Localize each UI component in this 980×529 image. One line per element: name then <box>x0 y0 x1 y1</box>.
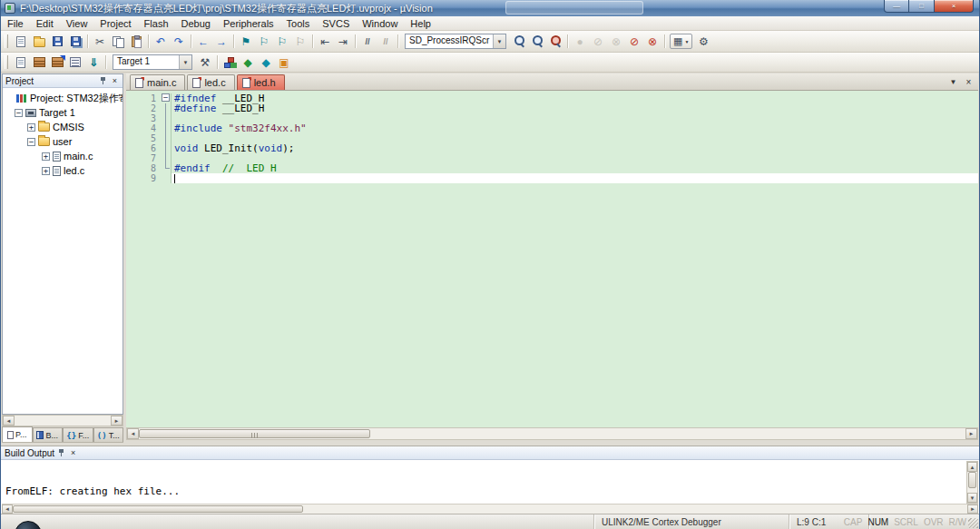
tree-expander[interactable]: − <box>15 109 23 117</box>
menu-file[interactable]: File <box>1 16 30 30</box>
tree-expander[interactable]: + <box>27 123 35 132</box>
scroll-up-icon[interactable]: ▲ <box>967 462 977 472</box>
tab-led-h[interactable]: led.h <box>237 74 285 90</box>
tree-expander[interactable]: + <box>42 167 50 175</box>
pack-installer-icon[interactable]: ▣ <box>275 54 293 71</box>
scroll-left-icon[interactable]: ◄ <box>2 505 13 514</box>
open-file-icon[interactable] <box>30 34 48 50</box>
manage-components-icon[interactable]: ◆ <box>239 54 257 71</box>
panel-tab-project[interactable]: P... <box>2 426 33 442</box>
menu-debug[interactable]: Debug <box>175 16 217 30</box>
incremental-find-icon[interactable] <box>528 34 546 50</box>
batch-build-icon[interactable] <box>66 54 84 71</box>
options-for-target-icon[interactable]: ⚒ <box>196 54 214 71</box>
tree-item-user[interactable]: − user <box>3 134 122 149</box>
navigate-forward-icon[interactable]: → <box>212 34 230 50</box>
build-output-log[interactable]: FromELF: creating hex file... ".\Objects… <box>2 460 966 504</box>
file-extensions-icon[interactable] <box>220 54 239 71</box>
scroll-right-icon[interactable]: ► <box>111 416 122 426</box>
configure-icon[interactable]: ⚙ <box>694 34 712 50</box>
runtime-environment-icon[interactable]: ◆ <box>257 54 275 71</box>
target-combobox[interactable]: Target 1 ▼ <box>113 54 192 70</box>
scroll-track[interactable] <box>967 488 977 493</box>
menu-help[interactable]: Help <box>404 16 437 30</box>
code-line[interactable]: 6 void LED_Init(void); <box>126 143 978 153</box>
disable-breakpoint-icon[interactable]: ⊘ <box>589 34 607 50</box>
menu-peripherals[interactable]: Peripherals <box>217 16 280 30</box>
code-editor[interactable]: 1 − #ifndef __LED_H 2 #define __LED_H 3 … <box>126 91 978 427</box>
tab-led-c[interactable]: led.c <box>187 74 234 90</box>
fold-toggle-icon[interactable]: − <box>162 93 170 102</box>
tab-list-button[interactable]: ▼ <box>946 75 960 89</box>
paste-icon[interactable] <box>127 34 145 50</box>
tree-item-cmsis[interactable]: + CMSIS <box>3 120 122 134</box>
scroll-thumb[interactable] <box>139 429 370 438</box>
menu-project[interactable]: Project <box>93 16 137 30</box>
search-combobox[interactable]: SD_ProcessIRQScr ▼ <box>405 34 506 49</box>
resize-grip[interactable] <box>968 518 978 528</box>
insert-breakpoint-icon[interactable]: ● <box>571 34 589 50</box>
scroll-track[interactable] <box>370 428 965 439</box>
panel-tab-books[interactable]: B... <box>33 427 64 442</box>
menu-window[interactable]: Window <box>356 16 404 30</box>
code-line[interactable]: 2 #define __LED_H <box>126 103 978 113</box>
kill-breakpoints-icon[interactable]: ⊗ <box>607 34 625 50</box>
dropdown-arrow-icon[interactable]: ▼ <box>493 34 505 48</box>
build-icon[interactable] <box>30 54 48 71</box>
minimize-button[interactable]: — <box>884 0 909 13</box>
titlebar[interactable]: F:\Desktop\STM32操作寄存器点亮LED灯\proj\STM32操作… <box>1 0 979 16</box>
navigate-back-icon[interactable]: ← <box>194 34 212 50</box>
redo-icon[interactable]: ↷ <box>170 34 188 50</box>
menu-flash[interactable]: Flash <box>138 16 175 30</box>
previous-bookmark-icon[interactable]: ⚐ <box>255 34 273 50</box>
save-all-icon[interactable] <box>66 34 84 50</box>
menu-tools[interactable]: Tools <box>280 16 317 30</box>
tree-expander[interactable]: + <box>42 152 50 161</box>
panel-tab-templates[interactable]: () T... <box>93 427 124 442</box>
build-output-hscrollbar[interactable]: ◄ ► <box>2 504 978 514</box>
tab-main-c[interactable]: main.c <box>130 74 185 90</box>
scroll-thumb[interactable] <box>968 472 976 488</box>
menu-edit[interactable]: Edit <box>30 16 60 30</box>
tree-item-led-c[interactable]: + led.c <box>3 163 122 178</box>
maximize-button[interactable]: □ <box>909 0 934 13</box>
tree-item-main-c[interactable]: + main.c <box>3 149 122 163</box>
panel-tab-functions[interactable]: {} F... <box>63 427 93 442</box>
copy-icon[interactable] <box>109 34 127 50</box>
code-line[interactable]: 8 #endif //__LED_H <box>126 163 978 173</box>
pin-icon[interactable] <box>99 76 107 85</box>
scroll-left-icon[interactable]: ◄ <box>3 416 15 426</box>
menu-svcs[interactable]: SVCS <box>316 16 356 30</box>
outdent-icon[interactable]: ⇤ <box>316 34 334 50</box>
scroll-track[interactable] <box>303 505 967 514</box>
close-panel-icon[interactable]: × <box>68 448 78 458</box>
tree-item-target-1[interactable]: − Target 1 <box>3 105 122 120</box>
bookmark-toggle-icon[interactable]: ⚑ <box>237 34 255 50</box>
save-icon[interactable] <box>48 34 66 50</box>
scroll-right-icon[interactable]: ► <box>965 428 977 439</box>
indent-icon[interactable]: ⇥ <box>334 34 352 50</box>
build-output-vscrollbar[interactable]: ▲ ▼ <box>966 461 978 504</box>
pin-icon[interactable] <box>57 448 65 457</box>
code-line-current[interactable]: 9 <box>126 173 978 183</box>
close-panel-icon[interactable]: × <box>110 76 120 86</box>
scroll-down-icon[interactable]: ▼ <box>967 493 977 503</box>
clear-bookmarks-icon[interactable]: ⚐ <box>291 34 309 50</box>
new-file-icon[interactable] <box>12 34 30 50</box>
code-line[interactable]: 4 #include "stm32f4xx.h" <box>126 123 978 133</box>
find-in-files-icon[interactable] <box>546 34 564 50</box>
tree-item-project-root[interactable]: Project: STM32操作寄存器 <box>3 91 122 105</box>
dropdown-arrow-icon[interactable]: ▼ <box>179 55 191 69</box>
project-panel-hscrollbar[interactable]: ◄ ► <box>2 415 123 426</box>
cut-icon[interactable]: ✂ <box>91 34 109 50</box>
toolbar-grip[interactable] <box>5 34 8 48</box>
download-icon[interactable]: ⇓ <box>84 54 103 71</box>
tree-expander[interactable]: − <box>27 138 35 146</box>
menu-view[interactable]: View <box>60 16 94 30</box>
next-bookmark-icon[interactable]: ⚐ <box>273 34 291 50</box>
enable-disable-breakpoint-icon[interactable]: ⊘ <box>625 34 643 50</box>
close-button[interactable]: × <box>934 0 974 13</box>
scroll-right-icon[interactable]: ► <box>967 505 978 514</box>
find-icon[interactable] <box>510 34 528 50</box>
uncomment-icon[interactable]: // <box>377 34 395 50</box>
